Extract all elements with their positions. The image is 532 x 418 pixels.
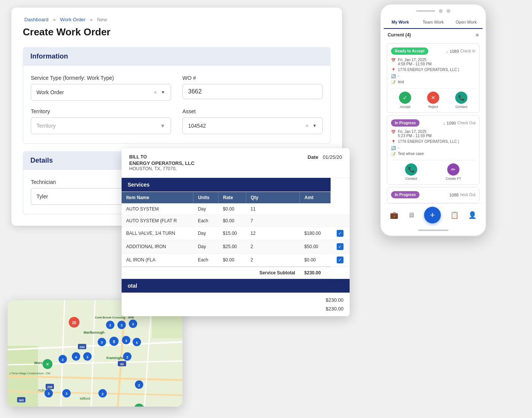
phone-current-header: Current (4) ≡ [384, 29, 483, 41]
information-section-header: Information [23, 47, 331, 66]
work-card-2-header: In Progress ↓ 1090 Check Out [391, 119, 475, 127]
territory-placeholder: Territory [36, 123, 56, 129]
work-card-1-company: 📍 1776 ENERGY OPERATORS, LLC | [391, 68, 475, 72]
work-card-2-actions: 📞 Contact ✏ Create FT [391, 160, 475, 180]
phone-speaker [384, 9, 483, 13]
item-rate: $0.00 [218, 203, 246, 215]
accept-button[interactable]: ✓ Accept [399, 92, 411, 109]
date-value: 01/25/20 [323, 154, 342, 160]
table-row: AL IRON (FLA Each $0.00 2 $0.00 ✓ [122, 253, 350, 267]
bill-to-label: BILL TO [129, 154, 195, 160]
wo-number-2: ↓ 1090 Check Out [443, 121, 475, 125]
asset-select[interactable]: 104542 × ▼ [182, 117, 323, 134]
svg-text:3: 3 [65, 392, 67, 396]
wo-number-group: WO # [182, 75, 323, 101]
dropdown-arrow-asset-icon[interactable]: ▼ [312, 123, 317, 128]
clear-asset-icon[interactable]: × [306, 123, 309, 129]
subtotal-label: Service Subtotal [246, 267, 300, 279]
svg-text:290: 290 [79, 345, 85, 349]
checkbox-cell[interactable]: ✓ [331, 240, 350, 253]
tab-my-work[interactable]: My Work [384, 16, 417, 29]
bill-to-section: BILL TO ENERGY OPERATORS, LLC HOUSTON, T… [129, 154, 195, 171]
item-qty: 12 [246, 227, 300, 240]
checkbox-cell [331, 203, 350, 215]
work-card-3: In Progress 1088 heck Out [387, 187, 480, 203]
svg-text:3: 3 [86, 355, 88, 359]
service-type-label: Service Type (formerly: Work Type) [31, 75, 171, 81]
col-item-name: Item Name [122, 192, 193, 204]
item-name: AL IRON (FLA [122, 253, 193, 267]
item-units: Day [193, 240, 218, 253]
dropdown-arrow-territory-icon[interactable]: ▼ [160, 123, 165, 129]
calendar-icon-1: 📅 [391, 58, 396, 62]
phone-tabs: My Work Team Work Open Work [384, 16, 483, 29]
status-badge-3: In Progress [391, 191, 420, 198]
bill-to-address: HOUSTON, TX, 77070, [129, 166, 195, 171]
checkbox-cell[interactable]: ✓ [331, 227, 350, 240]
phone-screen: My Work Team Work Open Work Current (4) … [384, 16, 483, 226]
calendar-bottom-icon[interactable]: 📋 [450, 211, 459, 219]
clear-service-type-icon[interactable]: × [154, 89, 157, 95]
person-icon[interactable]: 👤 [468, 211, 477, 219]
work-card-1-notes: 📝 test [391, 80, 475, 84]
checkbox-cell[interactable]: ✓ [331, 253, 350, 267]
asset-group: Asset 104542 × ▼ [182, 108, 323, 134]
work-card-1-actions: ✓ Accept ✕ Reject 📞 Contact [391, 88, 475, 109]
page-title: Create Work Order [23, 26, 331, 38]
svg-text:3: 3 [120, 323, 122, 327]
item-amount: $50.00 [300, 240, 331, 253]
work-card-1-header: Ready to Accept ↓ 1089 Check In [391, 48, 475, 55]
service-type-select[interactable]: Work Order × ▼ [31, 84, 171, 101]
reject-button[interactable]: ✕ Reject [427, 92, 439, 109]
information-form: Service Type (formerly: Work Type) Work … [23, 66, 331, 144]
svg-text:Milford: Milford [80, 397, 90, 401]
tab-team-work[interactable]: Team Work [417, 16, 450, 29]
svg-text:90: 90 [120, 363, 124, 366]
item-rate: $0.00 [218, 253, 246, 267]
wo-number-label: WO # [182, 75, 323, 81]
home-bar-indicator [418, 230, 448, 231]
item-qty: 11 [246, 203, 300, 215]
contact-button-1[interactable]: 📞 Contact [455, 92, 467, 109]
table-row: BALL VALVE, 1/4 TURN Day $15.00 12 $180.… [122, 227, 350, 240]
phone-home-bar [384, 226, 483, 233]
work-card-1: Ready to Accept ↓ 1089 Check In 📅 Fri, J… [387, 43, 480, 113]
wo-number-input[interactable] [182, 84, 323, 99]
territory-select[interactable]: Territory ▼ [31, 117, 171, 134]
svg-text:s Pond Village Condominium - D: s Pond Village Condominium - DW [10, 372, 51, 375]
contact-button-2[interactable]: 📞 Contact [405, 163, 417, 180]
checkbox-cell [331, 215, 350, 227]
invoice-footer: Service Subtotal $230.00 [122, 267, 350, 279]
wo-number-1: ↓ 1089 Check In [446, 49, 475, 54]
item-units: Each [193, 215, 218, 227]
total-amount-2: $230.00 [313, 306, 344, 312]
svg-text:2: 2 [101, 392, 103, 396]
briefcase-icon[interactable]: 💼 [390, 211, 398, 219]
tab-open-work[interactable]: Open Work [450, 16, 483, 29]
checkin-arrow-icon: ↓ [446, 49, 448, 54]
col-qty: Qty [246, 192, 300, 204]
item-qty: 2 [246, 240, 300, 253]
speaker-dots [416, 10, 435, 12]
accept-icon: ✓ [399, 92, 411, 104]
svg-text:5: 5 [136, 341, 138, 345]
filter-icon[interactable]: ≡ [476, 32, 479, 38]
svg-text:2: 2 [126, 355, 128, 359]
monitor-icon[interactable]: 🖥 [408, 211, 415, 219]
territory-label: Territory [31, 108, 171, 114]
dropdown-arrow-service-type-icon[interactable]: ▼ [161, 90, 165, 95]
svg-text:2: 2 [62, 358, 63, 362]
map-card: 290 90 290 365 Marlborough Worcester Fra… [8, 300, 182, 407]
create-ft-button[interactable]: ✏ Create FT [446, 163, 461, 180]
subtotal-value: $230.00 [300, 267, 331, 279]
svg-text:2: 2 [138, 383, 140, 387]
status-badge-2: In Progress [391, 119, 420, 127]
map-background: 290 90 290 365 Marlborough Worcester Fra… [8, 300, 182, 407]
svg-text:3: 3 [125, 339, 127, 343]
col-units: Units [193, 192, 218, 204]
add-fab-button[interactable]: + [424, 207, 441, 223]
item-amount: $0.00 [300, 253, 331, 267]
invoice-header: BILL TO ENERGY OPERATORS, LLC HOUSTON, T… [122, 148, 350, 178]
breadcrumb: Dashboard » Work Order » New [23, 17, 331, 22]
item-amount [300, 203, 331, 215]
